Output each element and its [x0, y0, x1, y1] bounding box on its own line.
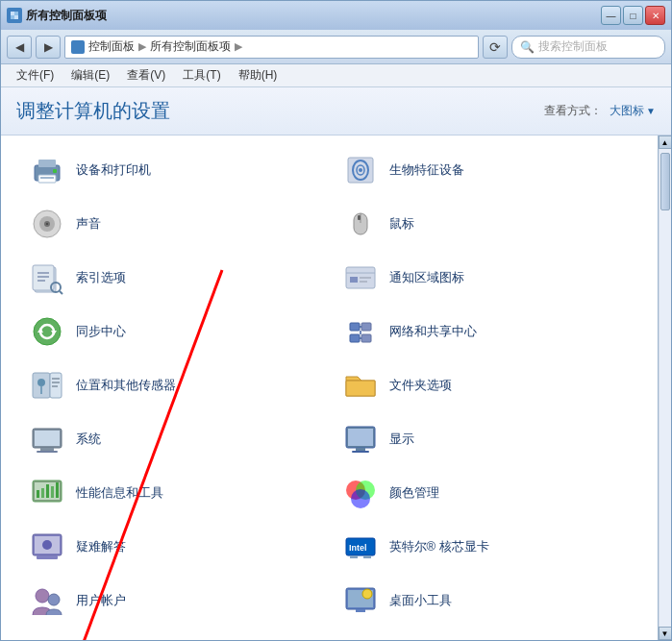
window-controls: — □ ✕: [601, 6, 665, 25]
title-bar-left: 所有控制面板项: [7, 8, 107, 24]
list-item[interactable]: 用户帐户: [16, 574, 330, 628]
list-item[interactable]: 设备和打印机: [16, 143, 330, 197]
svg-point-19: [46, 223, 48, 225]
list-item[interactable]: 颜色管理: [330, 466, 643, 520]
item-label: 声音: [76, 215, 101, 233]
font-icon: A a: [341, 635, 380, 640]
menu-file[interactable]: 文件(F): [9, 65, 62, 86]
scroll-down-button[interactable]: ▼: [659, 627, 672, 640]
list-item[interactable]: 鼠标: [330, 197, 643, 251]
view-option-text: 大图标: [610, 103, 644, 119]
list-item[interactable]: 文件夹选项: [330, 358, 643, 412]
svg-rect-57: [348, 429, 373, 446]
item-label: 通知区域图标: [389, 269, 464, 286]
svg-rect-55: [37, 451, 58, 453]
display-icon: [341, 420, 380, 458]
maximize-button[interactable]: □: [623, 6, 643, 25]
item-label: 颜色管理: [389, 484, 439, 502]
item-label: 网络和共享中心: [389, 323, 477, 340]
item-label: 疑难解答: [76, 538, 126, 555]
main-area: 设备和打印机 生物特征设备: [1, 136, 671, 640]
item-label: 英特尔® 核芯显卡: [389, 538, 489, 555]
svg-rect-82: [356, 609, 365, 612]
biometric-icon: [341, 151, 380, 189]
list-item[interactable]: 通知区域图标: [330, 251, 643, 305]
breadcrumb-all-items[interactable]: 所有控制面板项: [150, 38, 231, 55]
svg-point-72: [42, 540, 52, 550]
view-dropdown[interactable]: 大图标 ▼: [610, 103, 656, 119]
svg-point-15: [359, 168, 362, 172]
list-item[interactable]: 自动播放: [16, 628, 330, 640]
item-label: 鼠标: [389, 215, 414, 233]
page-title: 调整计算机的设置: [16, 98, 170, 124]
svg-rect-8: [38, 160, 56, 167]
svg-line-29: [60, 291, 62, 294]
item-label: 同步中心: [76, 323, 126, 340]
item-label: 性能信息和工具: [76, 484, 163, 502]
item-label: 索引选项: [76, 269, 126, 286]
window-icon: [7, 8, 22, 23]
menu-edit[interactable]: 编辑(E): [63, 65, 117, 86]
sync-icon: [28, 312, 66, 351]
menu-view[interactable]: 查看(V): [119, 65, 173, 86]
list-item[interactable]: 同步中心: [16, 305, 330, 358]
network-icon: [341, 312, 380, 351]
list-item[interactable]: 声音: [16, 197, 330, 251]
scrollbar[interactable]: ▲ ▼: [658, 136, 671, 640]
svg-rect-1: [11, 12, 14, 15]
breadcrumb-control-panel[interactable]: 控制面板: [88, 38, 135, 55]
menu-tools[interactable]: 工具(T): [175, 65, 228, 86]
desktop-icon: [341, 581, 380, 620]
search-bar[interactable]: 🔍 搜索控制面板: [511, 36, 665, 59]
back-button[interactable]: ◀: [7, 36, 32, 59]
svg-rect-34: [360, 281, 367, 283]
breadcrumb-icon: [71, 40, 85, 54]
search-icon: 🔍: [520, 40, 535, 54]
scroll-track[interactable]: [660, 149, 671, 627]
view-label: 查看方式：: [544, 103, 602, 119]
menu-help[interactable]: 帮助(H): [231, 65, 286, 86]
breadcrumb-sep2: ▶: [235, 40, 242, 53]
svg-point-78: [36, 589, 49, 603]
autoplay-icon: [28, 635, 66, 640]
main-window: 所有控制面板项 — □ ✕ ◀ ▶ 控制面板 ▶ 所有控制面板项 ▶ ⟳ 🔍 搜…: [0, 0, 672, 641]
refresh-button[interactable]: ⟳: [483, 36, 508, 59]
svg-rect-3: [11, 15, 14, 19]
scroll-up-button[interactable]: ▲: [659, 136, 672, 149]
list-item[interactable]: 网络和共享中心: [330, 305, 643, 358]
troubleshoot-icon: [28, 528, 66, 566]
item-label: 系统: [76, 431, 101, 448]
scroll-thumb[interactable]: [660, 153, 670, 210]
list-item[interactable]: 疑难解答: [16, 520, 330, 574]
address-bar: ◀ ▶ 控制面板 ▶ 所有控制面板项 ▶ ⟳ 🔍 搜索控制面板: [1, 30, 671, 64]
item-label: 桌面小工具: [389, 592, 452, 609]
svg-text:Intel: Intel: [349, 543, 367, 553]
item-label: 生物特征设备: [389, 161, 464, 179]
svg-rect-73: [37, 555, 58, 559]
minimize-button[interactable]: —: [601, 6, 621, 25]
item-label: 设备和打印机: [76, 161, 151, 179]
list-item[interactable]: 性能信息和工具: [16, 466, 330, 520]
list-item[interactable]: 系统: [16, 412, 330, 466]
list-item[interactable]: 位置和其他传感器: [16, 358, 330, 412]
svg-rect-33: [360, 277, 371, 279]
close-button[interactable]: ✕: [645, 6, 665, 25]
color-icon: [341, 474, 380, 512]
forward-button[interactable]: ▶: [36, 36, 61, 59]
svg-rect-32: [350, 277, 358, 283]
list-item[interactable]: 生物特征设备: [330, 143, 643, 197]
title-bar: 所有控制面板项 — □ ✕: [1, 1, 671, 30]
user-icon: [28, 581, 66, 620]
svg-rect-65: [51, 486, 54, 498]
list-item[interactable]: 索引选项: [16, 251, 330, 305]
list-item[interactable]: A a 字体: [330, 628, 643, 640]
list-item[interactable]: 显示: [330, 412, 643, 466]
item-label: 显示: [389, 431, 414, 448]
list-item[interactable]: 桌面小工具: [330, 574, 643, 628]
list-item[interactable]: Intel 英特尔® 核芯显卡: [330, 520, 643, 574]
svg-rect-58: [356, 448, 365, 451]
sound-icon: [28, 205, 66, 243]
svg-rect-54: [40, 448, 54, 451]
svg-rect-22: [358, 215, 361, 220]
breadcrumb-bar[interactable]: 控制面板 ▶ 所有控制面板项 ▶: [64, 36, 479, 59]
